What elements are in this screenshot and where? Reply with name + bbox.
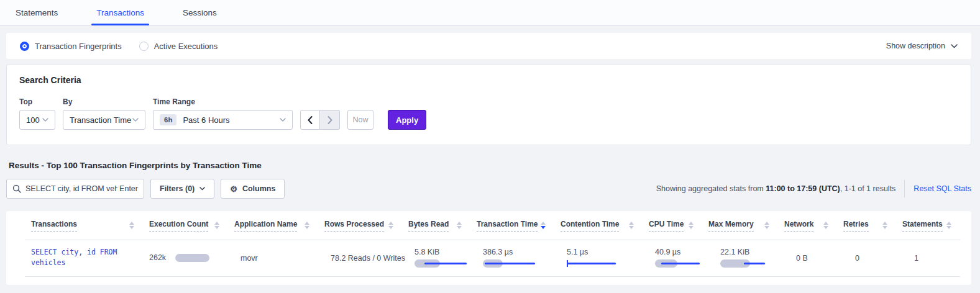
filters-label: Filters (0) [160,184,195,193]
radio-active-executions[interactable]: Active Executions [139,42,218,51]
column-header-contention-time[interactable]: Contention Time [554,220,643,232]
time-range-select[interactable]: 6h Past 6 Hours [153,110,293,130]
by-select[interactable]: Transaction Time [63,110,145,130]
chevron-down-icon [132,118,139,122]
sort-icon[interactable] [305,222,309,229]
bytes-read-bar [414,259,474,268]
cell-network: 0 B [790,252,849,263]
transaction-time-bar [483,259,542,268]
column-header-application-name[interactable]: Application Name [228,220,318,232]
column-header-rows-processed[interactable]: Rows Processed [318,220,402,232]
top-select-value: 100 [26,115,40,125]
chevron-down-icon [42,118,48,122]
by-label: By [63,97,145,106]
chevron-down-icon [951,44,958,48]
sort-icon[interactable] [129,222,134,229]
results-heading: Results - Top 100 Transaction Fingerprin… [9,161,980,170]
cell-statements: 1 [908,252,960,263]
radio-unselected-icon [139,42,149,51]
apply-button[interactable]: Apply [388,110,426,130]
column-header-bytes-read[interactable]: Bytes Read [402,220,470,232]
previous-time-window-button[interactable] [300,110,320,130]
fingerprint-search-box: Enter [6,179,144,199]
by-field: By Transaction Time [63,97,145,130]
top-field: Top 100 [19,97,55,130]
column-header-transactions[interactable]: Transactions [25,220,143,232]
transaction-fingerprint-link[interactable]: SELECT city, id FROM vehicles [31,247,143,268]
cell-rows-processed: 78.2 Reads / 0 Writes [324,252,408,263]
chevron-down-icon [199,187,205,191]
view-mode-band: Transaction Fingerprints Active Executio… [6,33,971,59]
column-header-max-memory[interactable]: Max Memory [702,220,778,232]
column-header-retries[interactable]: Retries [837,220,896,232]
reset-sql-stats-link[interactable]: Reset SQL Stats [914,184,971,193]
radio-selected-icon [20,42,29,51]
filters-button[interactable]: Filters (0) [150,179,214,199]
sort-icon[interactable] [457,222,462,229]
show-description-label: Show description [886,42,945,50]
cell-transaction-fingerprint: SELECT city, id FROM vehicles [25,247,143,268]
cell-transaction-time: 386.3 µs [477,248,561,268]
enter-hint: Enter [119,184,138,193]
top-tab-bar: Statements Transactions Sessions [0,0,980,25]
time-range-label: Time Range [153,97,293,106]
column-header-statements[interactable]: Statements [896,220,960,232]
tab-sessions[interactable]: Sessions [178,0,222,25]
top-select[interactable]: 100 [19,110,55,130]
sort-icon[interactable] [882,222,887,229]
results-controls-row: Enter Filters (0) ⚙︎ Columns Showing agg… [6,179,971,199]
cell-execution-count: 262k [143,253,234,262]
results-table: Transactions Execution Count Application… [6,211,971,285]
contention-time-bar [567,259,626,268]
radio-label: Active Executions [154,42,218,51]
table-header-row: Transactions Execution Count Application… [25,211,960,240]
search-criteria-title: Search Criteria [19,75,958,85]
columns-label: Columns [242,184,275,193]
cell-retries: 0 [849,252,908,263]
radio-label: Transaction Fingerprints [35,42,122,51]
vertical-divider [904,180,905,197]
cell-contention-time: 5.1 µs [561,248,649,268]
search-input[interactable] [25,179,117,198]
cell-cpu-time: 40.9 µs [649,248,714,268]
table-row: SELECT city, id FROM vehicles 262k movr … [25,240,960,277]
top-label: Top [19,97,55,106]
time-range-badge: 6h [160,114,176,125]
sort-icon[interactable] [946,222,951,229]
time-window-nav [300,110,340,130]
search-icon [12,184,21,193]
cell-max-memory: 22.1 KiB [714,248,790,268]
cell-application-name: movr [234,252,324,263]
next-time-window-button[interactable] [320,110,340,130]
column-header-network[interactable]: Network [778,220,837,232]
sort-icon[interactable] [689,222,694,229]
time-range-field: Time Range 6h Past 6 Hours [153,97,293,130]
gear-icon: ⚙︎ [230,184,237,194]
tab-transactions[interactable]: Transactions [91,0,149,25]
sort-icon[interactable] [764,222,769,229]
sort-icon[interactable] [629,222,634,229]
execution-count-bar [175,254,234,262]
now-button[interactable]: Now [347,110,373,130]
aggregated-stats-text: Showing aggregated stats from 11:00 to 1… [656,184,896,193]
max-memory-bar [720,259,779,268]
sort-icon[interactable] [214,222,219,229]
column-header-execution-count[interactable]: Execution Count [143,220,228,232]
sort-icon[interactable] [388,222,393,229]
time-range-value: Past 6 Hours [183,115,229,125]
columns-button[interactable]: ⚙︎ Columns [221,179,285,199]
show-description-toggle[interactable]: Show description [886,42,958,50]
by-select-value: Transaction Time [70,115,131,125]
view-mode-radio-group: Transaction Fingerprints Active Executio… [20,42,218,51]
sort-icon[interactable] [541,222,546,229]
chevron-down-icon [280,118,286,122]
sort-icon[interactable] [823,222,828,229]
column-header-transaction-time[interactable]: Transaction Time [470,220,554,232]
column-header-cpu-time[interactable]: CPU Time [643,220,702,232]
cell-bytes-read: 5.8 KiB [408,248,477,268]
search-criteria-card: Search Criteria Top 100 By Transaction T… [6,64,971,145]
radio-transaction-fingerprints[interactable]: Transaction Fingerprints [20,42,122,51]
cpu-time-bar [655,259,714,268]
tab-statements[interactable]: Statements [11,0,63,25]
